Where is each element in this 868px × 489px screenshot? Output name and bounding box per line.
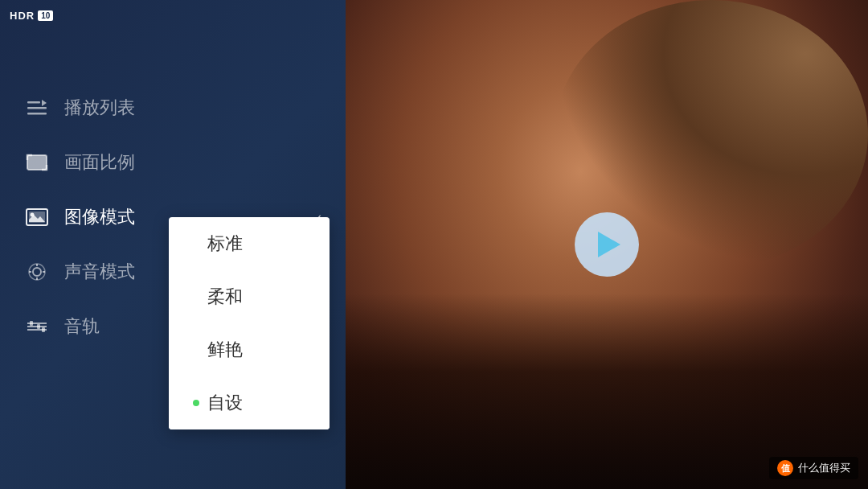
play-button[interactable]: [575, 212, 639, 277]
svg-point-7: [31, 213, 35, 217]
image-mode-icon: [24, 204, 50, 230]
play-icon: [598, 232, 620, 257]
hdr-badge: HDR 10: [10, 10, 53, 22]
audio-track-icon: [24, 314, 50, 339]
watermark-icon-text: 值: [781, 462, 790, 475]
watermark: 值 什么值得买: [769, 457, 858, 479]
hdr-label: HDR: [10, 10, 35, 22]
submenu-item-custom[interactable]: 自设: [169, 376, 330, 429]
submenu-item-standard[interactable]: 标准: [169, 217, 330, 270]
sidebar-item-playlist[interactable]: 播放列表: [0, 80, 346, 135]
sidebar-item-aspect-ratio[interactable]: 画面比例: [0, 135, 346, 190]
image-mode-submenu: 标准 柔和 鲜艳 自设: [169, 217, 330, 429]
playlist-icon: [24, 95, 50, 121]
svg-rect-0: [27, 101, 40, 104]
svg-rect-19: [42, 327, 45, 332]
svg-rect-18: [37, 324, 40, 329]
sound-mode-icon: [24, 259, 50, 285]
sound-mode-label: 声音模式: [64, 260, 135, 284]
video-area: 值 什么值得买: [346, 0, 868, 489]
audio-track-label: 音轨: [64, 314, 100, 339]
watermark-label: 什么值得买: [798, 461, 850, 475]
watermark-icon: 值: [777, 460, 793, 476]
hdr-10-badge: 10: [38, 10, 53, 21]
svg-rect-2: [27, 107, 47, 109]
aspect-ratio-label: 画面比例: [64, 150, 135, 175]
playlist-label: 播放列表: [64, 96, 135, 120]
svg-rect-3: [27, 113, 47, 115]
soft-label: 柔和: [207, 285, 243, 309]
image-mode-label: 图像模式: [64, 205, 135, 229]
standard-label: 标准: [207, 232, 243, 256]
svg-marker-1: [42, 100, 47, 106]
submenu-item-soft[interactable]: 柔和: [169, 270, 330, 323]
custom-label: 自设: [207, 391, 243, 415]
svg-rect-4: [27, 155, 47, 170]
svg-point-8: [33, 268, 41, 276]
svg-rect-17: [30, 321, 33, 326]
aspect-ratio-icon: [24, 150, 50, 175]
sidebar: HDR 10 播放列表: [0, 0, 346, 489]
custom-dot: [193, 400, 199, 406]
submenu-item-vivid[interactable]: 鲜艳: [169, 323, 330, 376]
vivid-label: 鲜艳: [207, 338, 243, 362]
